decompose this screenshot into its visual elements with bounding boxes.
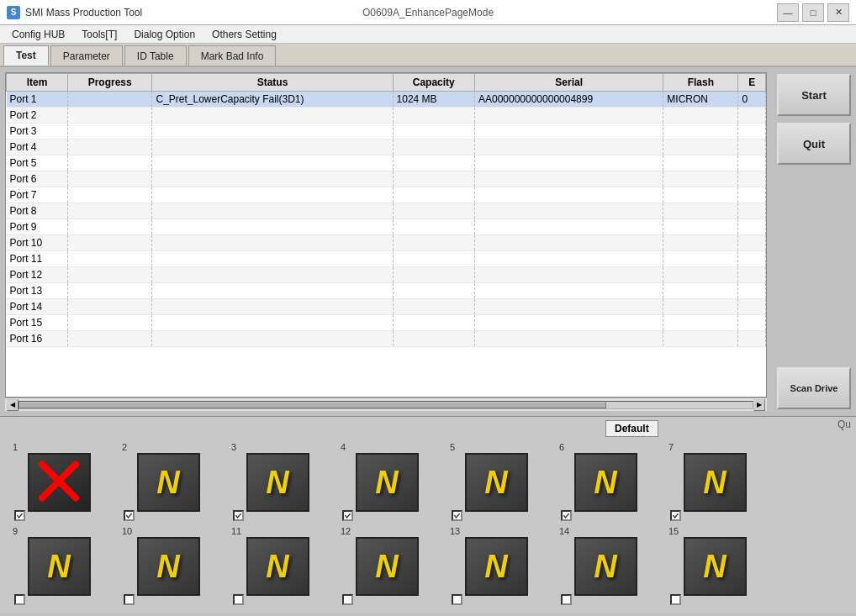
- table-cell: [67, 124, 152, 140]
- port-checkbox[interactable]: [670, 510, 681, 521]
- table-cell: [738, 171, 766, 187]
- port-icon[interactable]: [28, 453, 91, 512]
- port-checkbox[interactable]: [124, 594, 135, 605]
- port-n-label: N: [156, 465, 179, 501]
- table-cell: Port 13: [7, 283, 68, 299]
- port-checkbox[interactable]: [342, 510, 353, 521]
- table-cell: [152, 108, 393, 124]
- port-icon[interactable]: N: [246, 453, 309, 512]
- table-cell: [663, 251, 738, 267]
- port-cell: 1: [4, 440, 114, 524]
- table-cell: [67, 315, 152, 331]
- table-cell: [663, 108, 738, 124]
- data-table-wrapper[interactable]: Item Progress Status Capacity Serial Fla…: [5, 72, 767, 398]
- table-cell: [663, 267, 738, 283]
- port-icon[interactable]: N: [137, 453, 200, 512]
- horizontal-scrollbar[interactable]: ◀ ▶: [5, 398, 767, 411]
- app-title: SMI Mass Production Tool: [25, 7, 142, 18]
- port-checkbox[interactable]: [14, 510, 25, 521]
- minimize-button[interactable]: —: [777, 3, 799, 22]
- table-cell: [152, 155, 393, 171]
- table-cell: Port 12: [7, 267, 68, 283]
- port-number: 2: [122, 442, 127, 452]
- col-status: Status: [152, 74, 393, 92]
- port-number: 10: [122, 526, 132, 536]
- tab-test[interactable]: Test: [3, 45, 49, 66]
- scrollbar-thumb[interactable]: [19, 402, 606, 408]
- tab-parameter[interactable]: Parameter: [50, 45, 123, 66]
- port-number: 7: [668, 442, 674, 452]
- menu-config-hub[interactable]: Config HUB: [3, 27, 73, 42]
- table-cell: [474, 171, 663, 187]
- tab-id-table[interactable]: ID Table: [124, 45, 187, 66]
- table-cell: [474, 140, 663, 155]
- table-cell: [663, 219, 738, 235]
- scroll-right-arrow[interactable]: ▶: [753, 399, 765, 411]
- port-n-label: N: [484, 465, 507, 501]
- port-icon[interactable]: N: [356, 453, 419, 512]
- port-number: 3: [231, 442, 236, 452]
- port-icon[interactable]: N: [246, 537, 309, 596]
- menu-dialog-option[interactable]: Dialog Option: [125, 27, 203, 42]
- table-cell: [152, 203, 393, 219]
- table-cell: [663, 187, 738, 203]
- table-cell: [393, 315, 474, 331]
- port-icon[interactable]: N: [684, 537, 747, 596]
- port-checkbox[interactable]: [452, 594, 462, 605]
- table-cell: [152, 331, 393, 347]
- tab-mark-bad-info[interactable]: Mark Bad Info: [188, 45, 277, 66]
- table-cell: [393, 299, 474, 315]
- scroll-left-arrow[interactable]: ◀: [7, 399, 18, 411]
- port-n-label: N: [594, 549, 616, 585]
- bottom-section: Default Qu 1 2N3N4N5N6N7N 9N10N11N12N13N…: [0, 416, 856, 613]
- main-area: Item Progress Status Capacity Serial Fla…: [0, 67, 856, 416]
- port-checkbox[interactable]: [233, 510, 244, 521]
- port-icon[interactable]: N: [465, 453, 528, 512]
- port-checkbox[interactable]: [670, 594, 681, 605]
- scan-drive-button[interactable]: Scan Drive: [777, 367, 851, 409]
- table-cell: [152, 235, 393, 251]
- port-checkbox[interactable]: [561, 510, 572, 521]
- port-icon[interactable]: N: [574, 453, 637, 512]
- port-icon[interactable]: N: [137, 537, 200, 596]
- table-cell: [67, 92, 152, 108]
- menu-others-setting[interactable]: Others Setting: [203, 27, 285, 42]
- table-cell: [663, 124, 738, 140]
- table-cell: [474, 235, 663, 251]
- port-icon[interactable]: N: [574, 537, 637, 596]
- col-item: Item: [7, 74, 68, 92]
- quit-corner-label: Qu: [836, 417, 853, 432]
- port-checkbox[interactable]: [14, 594, 25, 605]
- menu-tools[interactable]: Tools[T]: [73, 27, 125, 42]
- port-checkbox[interactable]: [452, 510, 462, 521]
- quit-button[interactable]: Quit: [777, 123, 851, 165]
- port-n-label: N: [266, 549, 288, 585]
- port-icon[interactable]: N: [356, 537, 419, 596]
- table-cell: Port 11: [7, 251, 68, 267]
- table-cell: [663, 331, 738, 347]
- maximize-button[interactable]: □: [802, 3, 824, 22]
- port-checkbox[interactable]: [233, 594, 244, 605]
- table-cell: [663, 203, 738, 219]
- start-button[interactable]: Start: [777, 74, 851, 116]
- table-cell: Port 7: [7, 187, 68, 203]
- port-icon[interactable]: N: [684, 453, 747, 512]
- table-cell: 1024 MB: [393, 92, 474, 108]
- col-flash: Flash: [663, 74, 738, 92]
- port-icon[interactable]: N: [465, 537, 528, 596]
- port-checkbox[interactable]: [561, 594, 572, 605]
- port-icon[interactable]: N: [28, 537, 91, 596]
- table-cell: [67, 251, 152, 267]
- table-cell: [738, 108, 766, 124]
- table-cell: [393, 171, 474, 187]
- scrollbar-track[interactable]: [18, 401, 753, 409]
- table-cell: [738, 124, 766, 140]
- port-checkbox[interactable]: [124, 510, 135, 521]
- ports-row-1: 1 2N3N4N5N6N7N: [0, 417, 856, 524]
- table-cell: Port 2: [7, 108, 68, 124]
- close-button[interactable]: ✕: [827, 3, 849, 22]
- table-cell: [474, 315, 663, 331]
- port-checkbox[interactable]: [342, 594, 353, 605]
- table-cell: [67, 219, 152, 235]
- default-label: Default: [605, 420, 658, 437]
